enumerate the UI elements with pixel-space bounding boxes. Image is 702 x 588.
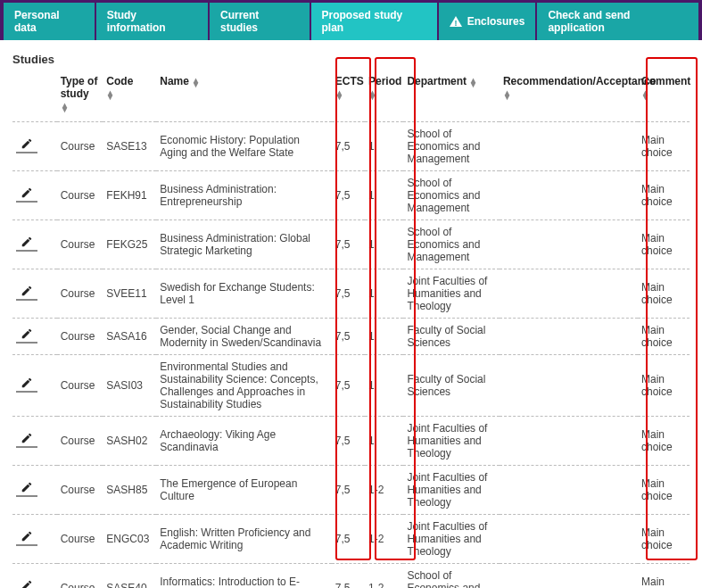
edit-button[interactable]	[16, 432, 37, 448]
cell-period: 1	[365, 171, 403, 220]
col-header-recommendation[interactable]: Recommendation/Acceptance	[500, 71, 638, 122]
cell-comment: Main choice	[638, 122, 690, 171]
tab-label: Check and send application	[548, 9, 688, 34]
tab-label: Study information	[107, 9, 197, 34]
cell-period: 1	[365, 122, 403, 171]
table-row: CourseSASE40Informatics: Introduction to…	[12, 564, 690, 589]
sort-icon	[62, 102, 67, 112]
cell-ects: 7,5	[332, 515, 365, 564]
cell-comment: Main choice	[638, 171, 690, 220]
cell-comment: Main choice	[638, 564, 690, 589]
tab-proposed-study-plan[interactable]: Proposed study plan	[311, 3, 437, 40]
cell-department: Joint Faculties of Humanities and Theolo…	[403, 417, 500, 466]
cell-type: Course	[57, 355, 103, 417]
sort-icon	[471, 77, 475, 87]
cell-code: FEKH91	[103, 171, 156, 220]
cell-name: Archaeology: Viking Age Scandinavia	[156, 417, 331, 466]
edit-button[interactable]	[16, 377, 37, 393]
cell-comment: Main choice	[638, 269, 690, 319]
edit-button[interactable]	[16, 579, 37, 589]
edit-button[interactable]	[16, 236, 37, 252]
cell-type: Course	[57, 466, 103, 515]
col-label: Comment	[641, 75, 690, 87]
cell-period: 1-2	[365, 564, 403, 589]
table-row: CourseSASE13Economic History: Population…	[12, 122, 690, 171]
cell-code: SASH85	[103, 466, 156, 515]
cell-department: Joint Faculties of Humanities and Theolo…	[403, 466, 500, 515]
cell-code: SASI03	[103, 355, 156, 417]
cell-recommendation	[500, 564, 638, 589]
tab-study-information[interactable]: Study information	[96, 3, 208, 40]
cell-period: 1	[365, 319, 403, 355]
table-row: CourseFEKG25Business Administration: Glo…	[12, 220, 690, 269]
edit-button[interactable]	[16, 186, 37, 203]
col-label: Type of study	[61, 75, 98, 100]
col-label: Name	[160, 75, 189, 87]
cell-period: 1-2	[365, 515, 403, 564]
cell-department: School of Economics and Management	[403, 122, 500, 171]
sort-icon	[194, 77, 198, 87]
col-header-name[interactable]: Name	[156, 71, 331, 122]
cell-recommendation	[500, 171, 638, 220]
table-row: CourseSASI03Environmental Studies and Su…	[12, 355, 690, 417]
edit-button[interactable]	[16, 285, 37, 301]
cell-name: Informatics: Introduction to E-health	[156, 564, 331, 589]
cell-period: 1-2	[365, 466, 403, 515]
cell-type: Course	[57, 319, 103, 355]
cell-code: SVEE11	[103, 269, 156, 319]
col-label: Period	[368, 75, 401, 87]
cell-type: Course	[57, 220, 103, 269]
col-header-ects[interactable]: ECTS	[332, 71, 365, 122]
col-header-department[interactable]: Department	[403, 71, 500, 122]
table-row: CourseENGC03English: Written Proficiency…	[12, 515, 690, 564]
cell-department: School of Economics and Management	[403, 564, 500, 589]
cell-type: Course	[57, 171, 103, 220]
tab-label: Current studies	[220, 9, 299, 34]
edit-button[interactable]	[16, 481, 37, 497]
cell-ects: 7,5	[332, 220, 365, 269]
cell-ects: 7,5	[332, 269, 365, 319]
col-header-type[interactable]: Type of study	[57, 71, 103, 122]
edit-button[interactable]	[16, 327, 37, 344]
col-header-comment[interactable]: Comment	[638, 71, 690, 122]
cell-period: 1	[365, 269, 403, 319]
cell-recommendation	[500, 355, 638, 417]
cell-recommendation	[500, 220, 638, 269]
cell-recommendation	[500, 515, 638, 564]
col-label: ECTS	[335, 75, 364, 87]
cell-recommendation	[500, 122, 638, 171]
cell-ects: 7,5	[332, 171, 365, 220]
col-label: Code	[106, 75, 133, 87]
edit-button[interactable]	[16, 530, 37, 546]
col-header-code[interactable]: Code	[103, 71, 156, 122]
cell-code: SASE13	[103, 122, 156, 171]
cell-name: Economic History: Population Aging and t…	[156, 122, 331, 171]
sort-icon	[643, 89, 648, 100]
cell-department: School of Economics and Management	[403, 220, 500, 269]
cell-department: Joint Faculties of Humanities and Theolo…	[403, 269, 500, 319]
tab-personal-data[interactable]: Personal data	[4, 3, 95, 40]
cell-comment: Main choice	[638, 355, 690, 417]
cell-ects: 7,5	[332, 417, 365, 466]
cell-type: Course	[57, 122, 103, 171]
col-header-period[interactable]: Period	[365, 71, 403, 122]
edit-button[interactable]	[16, 137, 37, 153]
cell-comment: Main choice	[638, 220, 690, 269]
cell-recommendation	[500, 466, 638, 515]
table-row: CourseSVEE11Swedish for Exchange Student…	[12, 269, 690, 319]
table-row: CourseSASH85The Emergence of European Cu…	[12, 466, 690, 515]
table-header-row: Type of study Code Name ECTS Period Depa…	[12, 71, 690, 122]
cell-name: The Emergence of European Culture	[156, 466, 331, 515]
cell-type: Course	[57, 417, 103, 466]
cell-type: Course	[57, 564, 103, 589]
warning-icon: !	[450, 16, 462, 27]
cell-code: SASA16	[103, 319, 156, 355]
sort-icon	[108, 89, 112, 100]
col-label: Department	[407, 75, 467, 87]
cell-comment: Main choice	[638, 417, 690, 466]
tab-current-studies[interactable]: Current studies	[210, 3, 310, 40]
tab-check-and-send[interactable]: Check and send application	[537, 3, 698, 40]
cell-ects: 7,5	[332, 564, 365, 589]
cell-code: ENGC03	[103, 515, 156, 564]
tab-enclosures[interactable]: ! Enclosures	[439, 3, 536, 40]
